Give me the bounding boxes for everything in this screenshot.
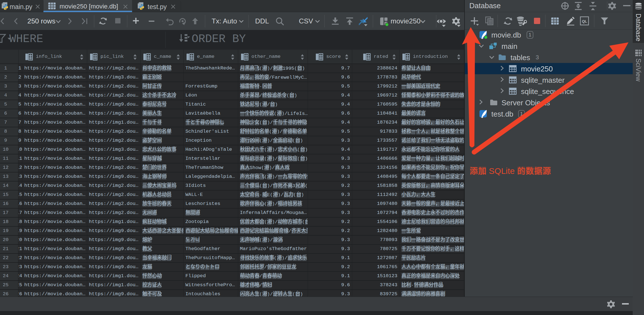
svg-text:QL: QL [582, 19, 587, 23]
